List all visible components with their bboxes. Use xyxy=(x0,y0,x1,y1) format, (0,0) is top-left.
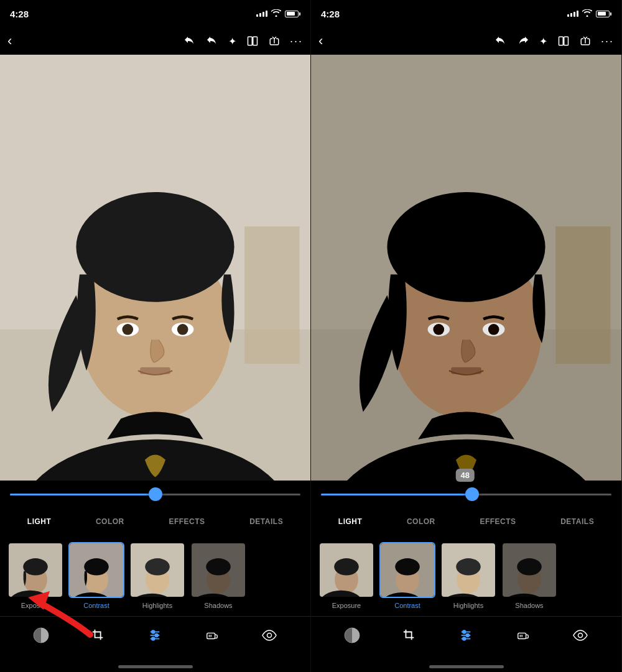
toolbar-center-right: ✦ ··· xyxy=(494,35,614,48)
toolbar-center-left: ✦ ··· xyxy=(183,35,303,48)
adjustments-right: Exposure Contrast xyxy=(311,535,621,616)
preview-button-right[interactable] xyxy=(567,622,594,649)
crop-button-left[interactable] xyxy=(85,622,112,649)
adj-thumb-shadows-left xyxy=(190,542,246,598)
adj-thumb-contrast-right xyxy=(379,542,435,598)
home-bar-left xyxy=(118,665,193,668)
compare-button-right[interactable] xyxy=(557,35,570,47)
svg-rect-48 xyxy=(555,226,610,364)
back-button-left[interactable]: ‹ xyxy=(7,33,12,49)
magic-button-right[interactable]: ✦ xyxy=(539,35,547,47)
slider-track-right[interactable]: 48 xyxy=(321,494,611,495)
svg-rect-57 xyxy=(451,367,481,374)
adj-exposure-right[interactable]: Exposure xyxy=(318,542,374,609)
adjustments-button-right[interactable] xyxy=(452,622,480,649)
adj-shadows-right[interactable]: Shadows xyxy=(501,542,557,609)
mode-toggle-button-right[interactable] xyxy=(338,622,366,649)
wifi-icon-right xyxy=(582,9,592,19)
adj-label-highlights-right: Highlights xyxy=(453,602,483,609)
adj-highlights-right[interactable]: Highlights xyxy=(440,542,496,609)
undo-button-left[interactable] xyxy=(183,35,196,47)
home-indicator-left xyxy=(0,660,310,672)
svg-point-21 xyxy=(84,558,109,576)
adj-label-contrast-right: Contrast xyxy=(394,602,420,609)
slider-fill-left xyxy=(10,494,156,495)
slider-left[interactable] xyxy=(0,481,310,508)
slider-track-left[interactable] xyxy=(10,494,300,495)
slider-value-tooltip: 48 xyxy=(456,469,475,482)
svg-point-25 xyxy=(145,558,170,576)
back-button-right[interactable]: ‹ xyxy=(318,33,323,49)
bottom-toolbar-left xyxy=(0,616,310,660)
status-time-right: 4:28 xyxy=(321,9,340,19)
slider-thumb-right[interactable]: 48 xyxy=(465,487,479,501)
redo-button-left[interactable] xyxy=(206,35,218,47)
crop-button-right[interactable] xyxy=(396,622,423,649)
adj-exposure-left[interactable]: Exposure xyxy=(7,542,63,609)
adj-label-shadows-left: Shadows xyxy=(204,602,232,609)
adj-label-highlights-left: Highlights xyxy=(142,602,172,609)
adj-thumb-highlights-left xyxy=(129,542,185,598)
tab-effects-right[interactable]: EFFECTS xyxy=(472,512,523,531)
adj-contrast-left[interactable]: Contrast xyxy=(68,542,124,609)
adj-highlights-left[interactable]: Highlights xyxy=(129,542,185,609)
adj-thumb-exposure-right xyxy=(318,542,374,598)
more-button-right[interactable]: ··· xyxy=(601,35,614,48)
preview-button-left[interactable] xyxy=(256,622,283,649)
heal-button-left[interactable] xyxy=(198,622,226,649)
svg-rect-43 xyxy=(559,37,563,45)
toolbar-left: ‹ ✦ xyxy=(0,27,310,55)
undo-button-right[interactable] xyxy=(494,35,507,47)
tab-effects-left[interactable]: EFFECTS xyxy=(161,512,212,531)
redo-button-right[interactable] xyxy=(517,35,529,47)
share-button-left[interactable] xyxy=(269,35,280,47)
adj-contrast-right[interactable]: Contrast xyxy=(379,542,435,609)
magic-button-left[interactable]: ✦ xyxy=(228,35,236,47)
adj-thumb-highlights-right xyxy=(440,542,496,598)
toolbar-right-left-section: ‹ xyxy=(318,33,323,49)
tab-bar-left: LIGHT COLOR EFFECTS DETAILS xyxy=(0,508,310,535)
bottom-toolbar-right xyxy=(311,616,621,660)
svg-rect-1 xyxy=(253,37,258,45)
battery-icon-left xyxy=(285,11,300,17)
svg-point-55 xyxy=(433,324,444,335)
share-button-right[interactable] xyxy=(580,35,591,47)
status-icons-left xyxy=(256,9,300,19)
svg-point-64 xyxy=(395,558,420,576)
adj-label-shadows-right: Shadows xyxy=(515,602,543,609)
tab-light-right[interactable]: LIGHT xyxy=(331,512,370,531)
signal-icon-left xyxy=(256,11,267,17)
tab-details-left[interactable]: DETAILS xyxy=(242,512,290,531)
toolbar-left-section: ‹ xyxy=(7,33,12,49)
tab-color-left[interactable]: COLOR xyxy=(88,512,132,531)
tab-details-right[interactable]: DETAILS xyxy=(553,512,601,531)
adj-label-exposure-left: Exposure xyxy=(21,602,50,609)
slider-thumb-left[interactable] xyxy=(149,487,162,501)
tab-light-left[interactable]: LIGHT xyxy=(20,512,59,531)
svg-point-29 xyxy=(206,558,231,576)
adj-thumb-shadows-right xyxy=(501,542,557,598)
mode-toggle-button-left[interactable] xyxy=(27,622,55,649)
adj-thumb-exposure-left xyxy=(7,542,63,598)
tab-color-right[interactable]: COLOR xyxy=(399,512,443,531)
adj-shadows-left[interactable]: Shadows xyxy=(190,542,246,609)
status-bar-left: 4:28 xyxy=(0,0,310,27)
status-icons-right xyxy=(567,9,611,19)
photo-area-right xyxy=(311,55,621,481)
svg-point-13 xyxy=(177,324,188,335)
adjustments-button-left[interactable] xyxy=(141,622,169,649)
slider-right[interactable]: 48 xyxy=(311,481,621,508)
svg-point-42 xyxy=(267,633,272,637)
compare-button-left[interactable] xyxy=(246,35,259,47)
svg-point-72 xyxy=(517,558,542,576)
wifi-icon-left xyxy=(271,9,281,19)
toolbar-right: ‹ ✦ xyxy=(311,27,621,55)
home-bar-right xyxy=(429,665,504,668)
svg-rect-44 xyxy=(564,37,569,45)
svg-point-17 xyxy=(23,558,48,576)
adj-label-exposure-right: Exposure xyxy=(332,602,361,609)
heal-button-right[interactable] xyxy=(509,622,537,649)
more-button-left[interactable]: ··· xyxy=(290,35,303,48)
svg-point-37 xyxy=(156,633,159,637)
svg-rect-0 xyxy=(248,37,252,45)
